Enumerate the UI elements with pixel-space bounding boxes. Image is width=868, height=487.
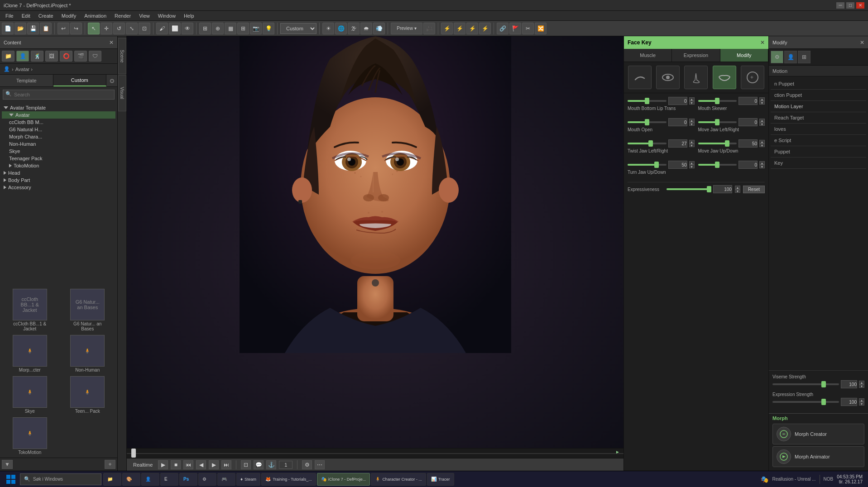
system-clock[interactable]: 04:53:35 PM tir. 26.12.17 bbox=[837, 474, 863, 484]
tree-item-morph[interactable]: Morph Chara... bbox=[2, 133, 115, 140]
expression-slider[interactable] bbox=[772, 401, 839, 403]
fk-spin-up-3[interactable]: ▲ bbox=[689, 119, 695, 122]
fk-icon-mouth[interactable] bbox=[713, 66, 736, 89]
fk-input-open[interactable] bbox=[668, 118, 687, 126]
fk-spin-down-5[interactable]: ▼ bbox=[689, 143, 695, 147]
taskbar-cc[interactable]: 🧍Character Creator - ... bbox=[371, 473, 426, 486]
select-button[interactable]: ↖ bbox=[88, 23, 100, 34]
next-key-button[interactable]: ⏭ bbox=[221, 460, 231, 469]
breadcrumb-home[interactable]: 👤 bbox=[4, 66, 10, 72]
mod-item-key[interactable]: Key bbox=[771, 158, 866, 169]
fk-input-skew[interactable] bbox=[739, 97, 758, 105]
rain-button[interactable]: 🌧 bbox=[360, 23, 372, 34]
record-button[interactable]: 💬 bbox=[254, 460, 264, 469]
mod-item-puppet[interactable]: Puppet bbox=[771, 146, 866, 158]
thumb-morph[interactable]: 🧍 Morp...cter bbox=[2, 334, 58, 373]
menu-window[interactable]: Window bbox=[154, 12, 179, 19]
add-button[interactable]: + bbox=[105, 460, 115, 469]
rotate-button[interactable]: ↺ bbox=[113, 23, 125, 34]
fk-spin-down-7[interactable]: ▼ bbox=[689, 165, 695, 168]
tab-template[interactable]: Template bbox=[0, 75, 53, 86]
tree-item-head[interactable]: Head bbox=[2, 169, 115, 177]
realtime-btn2[interactable]: ⚡ bbox=[454, 23, 465, 34]
taskbar-iclone[interactable]: 🎭iClone 7 - DefProje... bbox=[317, 473, 370, 486]
timeline-playhead[interactable] bbox=[131, 449, 136, 458]
tree-item-avatar-template[interactable]: Avatar Template bbox=[2, 104, 115, 111]
fk-slider-jawlr[interactable] bbox=[698, 121, 737, 123]
visual-tab[interactable]: Visual bbox=[118, 75, 126, 111]
fk-slider-jawud[interactable] bbox=[698, 143, 737, 144]
realtime-btn3[interactable]: ⚡ bbox=[466, 23, 478, 34]
fk-spin-up-7[interactable]: ▲ bbox=[689, 161, 695, 165]
mod-icon-grid[interactable]: ⊞ bbox=[798, 51, 810, 63]
tree-item-g6natural[interactable]: G6 Natural H... bbox=[2, 126, 115, 133]
expressiveness-input[interactable] bbox=[713, 185, 732, 193]
save-button[interactable]: 💾 bbox=[27, 23, 39, 34]
step-forward-button[interactable]: ▶ bbox=[209, 460, 219, 469]
fk-spin-up-8[interactable]: ▲ bbox=[759, 161, 765, 165]
fk-tab-modify[interactable]: Modify bbox=[720, 49, 768, 62]
mod-item-n-puppet[interactable]: n Puppet bbox=[771, 78, 866, 90]
viseme-slider[interactable] bbox=[772, 383, 839, 385]
tree-item-teenager[interactable]: Teenager Pack bbox=[2, 155, 115, 162]
content-tab-avatar[interactable]: 👤 bbox=[16, 51, 29, 62]
scale-button[interactable]: ⤡ bbox=[126, 23, 138, 34]
reset-button[interactable]: Reset bbox=[743, 186, 765, 193]
fk-tab-muscle[interactable]: Muscle bbox=[624, 49, 672, 62]
taskbar-search[interactable]: 🔍 Søk i Windows bbox=[20, 473, 101, 485]
taskbar-tracer[interactable]: 📊Tracer bbox=[427, 473, 454, 486]
fk-tab-expression[interactable]: Expression bbox=[672, 49, 720, 62]
custom-dropdown[interactable]: Custom Default bbox=[280, 23, 317, 34]
menu-create[interactable]: Create bbox=[35, 12, 57, 19]
minimize-button[interactable]: ─ bbox=[836, 2, 844, 9]
redo-button[interactable]: ↪ bbox=[70, 23, 82, 34]
timeline-track[interactable]: ► bbox=[127, 449, 623, 458]
mod-item-motion-layer[interactable]: Motion Layer bbox=[771, 101, 866, 112]
tree-item-accessory[interactable]: Accessory bbox=[2, 184, 115, 191]
settings-button[interactable]: ⚙ bbox=[302, 460, 312, 469]
taskbar-steam[interactable]: ♦Steam bbox=[236, 473, 260, 486]
frame-input[interactable] bbox=[279, 461, 293, 469]
fk-input-mbtl[interactable] bbox=[668, 97, 687, 105]
tree-item-tokomoion[interactable]: TokoMotion bbox=[2, 162, 115, 169]
fk-spin-up-1[interactable]: ▲ bbox=[689, 97, 695, 101]
mod-icon-sliders[interactable]: ⚙ bbox=[771, 51, 783, 63]
content-tab-folder[interactable]: 📁 bbox=[2, 51, 14, 62]
tree-item-bodypart[interactable]: Body Part bbox=[2, 177, 115, 184]
taskbar-char[interactable]: 👤 bbox=[141, 473, 159, 486]
thumb-skye[interactable]: 🧍 Skye bbox=[2, 375, 58, 415]
tray-ue[interactable]: Reallusion - Unreal ... bbox=[772, 477, 815, 482]
taskbar-settings[interactable]: ⚙ bbox=[198, 473, 216, 486]
fk-spin-up-5[interactable]: ▲ bbox=[689, 140, 695, 143]
thumb-g6natural[interactable]: G6 Natur...an Bases G6 Natur... an Bases bbox=[60, 288, 116, 332]
loop-button[interactable]: ⊡ bbox=[241, 460, 251, 469]
open-button[interactable]: 📂 bbox=[14, 23, 26, 34]
video-button[interactable]: 🎥 bbox=[423, 23, 435, 34]
iclone-btn4[interactable]: 🔀 bbox=[535, 23, 547, 34]
fk-spin-down-8[interactable]: ▼ bbox=[759, 165, 765, 168]
taskbar-files[interactable]: 📁 bbox=[103, 473, 121, 486]
fk-input-twist[interactable] bbox=[668, 139, 687, 148]
fog-button[interactable]: 🌫 bbox=[348, 23, 360, 34]
fk-icon-brow[interactable] bbox=[628, 66, 652, 89]
more-button[interactable]: ⋯ bbox=[315, 460, 325, 469]
tray-reallusion[interactable]: 🎭 bbox=[761, 476, 768, 483]
menu-edit[interactable]: Edit bbox=[18, 12, 34, 19]
iclone-btn3[interactable]: ✂ bbox=[522, 23, 534, 34]
exp-spin-down[interactable]: ▼ bbox=[735, 189, 740, 193]
fk-slider-mbtl[interactable] bbox=[628, 100, 667, 102]
earth-button[interactable]: 🌐 bbox=[335, 23, 347, 34]
view-button[interactable]: ⊞ bbox=[199, 23, 211, 34]
iclone-btn2[interactable]: 🚩 bbox=[509, 23, 521, 34]
viseme-value-input[interactable] bbox=[841, 380, 857, 388]
viseme-spin-down[interactable]: ▼ bbox=[859, 384, 864, 388]
expression-value-input[interactable] bbox=[841, 398, 857, 406]
thumb-cccloth[interactable]: ccClothBB...1 &Jacket ccCloth BB...1 & J… bbox=[2, 288, 58, 332]
taskbar-firefox[interactable]: 🦊Training - Tutorials_... bbox=[261, 473, 316, 486]
iclone-btn1[interactable]: 🔗 bbox=[497, 23, 508, 34]
menu-help[interactable]: Help bbox=[180, 12, 198, 19]
menu-modify[interactable]: Modify bbox=[58, 12, 80, 19]
exp-slider-thumb[interactable] bbox=[707, 186, 711, 192]
fk-slider-skew[interactable] bbox=[698, 100, 737, 102]
exp-spin-up[interactable]: ▲ bbox=[735, 186, 740, 189]
